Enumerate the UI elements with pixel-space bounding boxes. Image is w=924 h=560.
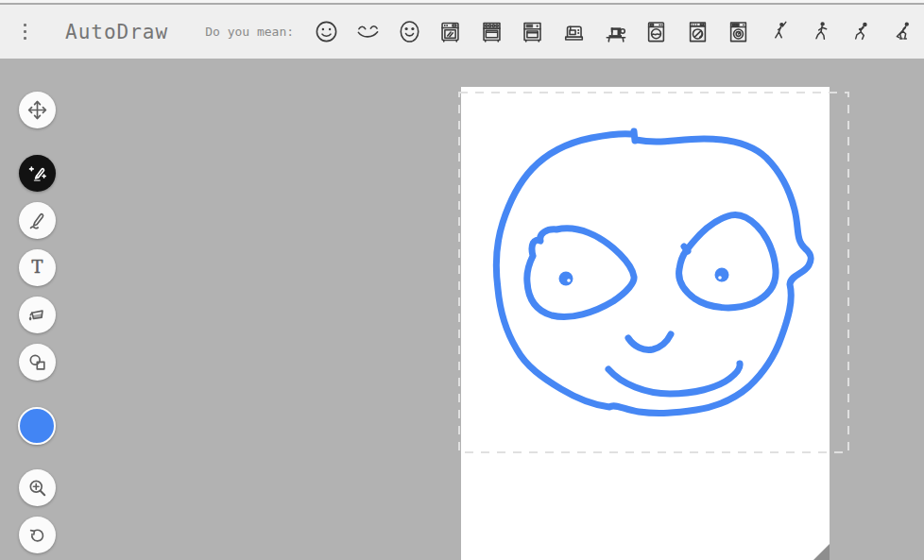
suggestion-smile-icon[interactable]: [355, 19, 381, 44]
suggestion-sewing-machine-icon[interactable]: [561, 19, 587, 44]
suggestion-oven-icon[interactable]: [437, 19, 463, 44]
suggestion-washing-machine-front-loader-icon[interactable]: [685, 19, 710, 44]
suggestion-dryer-icon[interactable]: [726, 19, 751, 44]
suggestion-football-player-icon[interactable]: [849, 19, 875, 44]
suggestion-baseball-batter-icon[interactable]: [767, 19, 793, 44]
fill-tool-button[interactable]: [19, 297, 56, 333]
shapes-icon: [26, 350, 49, 374]
suggestion-hockey-player-icon[interactable]: [891, 19, 916, 44]
magnifier-plus-icon: [26, 476, 49, 500]
pencil-icon: [26, 209, 49, 232]
suggestion-running-person-icon[interactable]: [809, 19, 834, 44]
auto-draw-tool-button[interactable]: [19, 155, 56, 192]
draw-tool-button[interactable]: [19, 202, 56, 239]
suggestion-stove-icon[interactable]: [479, 19, 505, 44]
suggestion-prompt: Do you mean:: [205, 25, 294, 39]
suggestion-strip: [306, 19, 924, 44]
magic-pencil-icon: [26, 161, 49, 185]
zoom-tool-button[interactable]: [19, 469, 56, 506]
undo-arrow-icon: [26, 523, 49, 547]
paint-bucket-icon: [26, 303, 49, 327]
topbar: AutoDraw Do you mean:: [0, 5, 924, 59]
svg-text:T: T: [32, 258, 43, 277]
suggestion-smiley-face-icon[interactable]: [314, 19, 339, 44]
move-icon: [26, 98, 49, 122]
text-tool-button[interactable]: T: [19, 249, 56, 286]
undo-button[interactable]: [19, 517, 56, 553]
text-icon: T: [26, 256, 49, 280]
color-picker-button[interactable]: [18, 407, 56, 445]
app-title: AutoDraw: [65, 21, 168, 43]
select-tool-button[interactable]: [19, 92, 56, 128]
face-sketch-drawing: [461, 87, 830, 560]
shape-tool-button[interactable]: [19, 344, 56, 381]
suggestion-smiley-oval-face-icon[interactable]: [397, 19, 422, 44]
menu-icon[interactable]: [24, 20, 26, 44]
suggestion-oven-with-vents-icon[interactable]: [520, 19, 545, 44]
suggestion-vintage-sewing-machine-icon[interactable]: [603, 19, 628, 44]
suggestion-washing-machine-icon[interactable]: [643, 19, 669, 44]
